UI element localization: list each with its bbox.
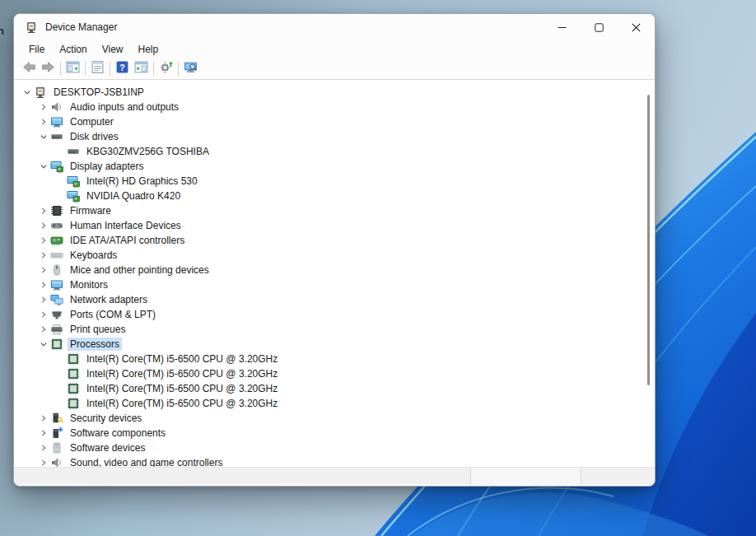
chevron-right-icon[interactable] xyxy=(37,100,50,114)
toolbar-separator xyxy=(153,62,154,76)
tree-item[interactable]: Monitors xyxy=(14,277,655,292)
help-button[interactable]: ? xyxy=(113,60,132,77)
tree-item[interactable]: Print queues xyxy=(14,322,655,337)
chevron-right-icon[interactable] xyxy=(37,234,50,247)
tree-item[interactable]: Display adapters xyxy=(14,159,655,174)
tree-item-label[interactable]: Firmware xyxy=(68,204,114,217)
tree-item-label[interactable]: Audio inputs and outputs xyxy=(68,100,181,114)
tree-item-label[interactable]: Intel(R) Core(TM) i5-6500 CPU @ 3.20GHz xyxy=(84,352,280,366)
tree-item[interactable]: Intel(R) Core(TM) i5-6500 CPU @ 3.20GHz xyxy=(14,352,655,366)
tree-item-label[interactable]: Human Interface Devices xyxy=(68,219,184,232)
titlebar[interactable]: Device Manager xyxy=(14,14,655,40)
tree-item[interactable]: Security devices xyxy=(14,411,655,426)
chevron-right-icon[interactable] xyxy=(37,263,50,277)
search-computer-button[interactable] xyxy=(181,60,200,77)
chevron-right-icon[interactable] xyxy=(37,412,50,425)
tree-item[interactable]: Software devices xyxy=(14,440,655,455)
vertical-scrollbar-thumb[interactable] xyxy=(647,95,650,385)
chevron-down-icon[interactable] xyxy=(37,338,50,351)
tree-item-label[interactable]: IDE ATA/ATAPI controllers xyxy=(68,234,187,247)
tree-item[interactable]: KBG30ZMV256G TOSHIBA xyxy=(14,144,655,159)
tree-item[interactable]: Software components xyxy=(14,426,655,440)
show-action-pane-button[interactable] xyxy=(132,60,151,77)
tree-item[interactable]: Intel(R) Core(TM) i5-6500 CPU @ 3.20GHz xyxy=(14,396,655,411)
horizontal-scrollbar-thumb[interactable] xyxy=(470,468,581,484)
chevron-right-icon[interactable] xyxy=(37,426,50,440)
tree-item-label[interactable]: Network adapters xyxy=(68,293,150,306)
maximize-button[interactable] xyxy=(581,14,618,40)
chevron-down-icon[interactable] xyxy=(37,130,50,143)
tree-item-label[interactable]: Sound, video and game controllers xyxy=(68,456,225,467)
tree-item[interactable]: IDE ATA/ATAPI controllers xyxy=(14,233,655,248)
tree-item-label[interactable]: Intel(R) Core(TM) i5-6500 CPU @ 3.20GHz xyxy=(84,382,280,395)
chevron-right-icon[interactable] xyxy=(37,293,50,306)
tree-item-label[interactable]: Mice and other pointing devices xyxy=(68,263,212,277)
forward-button[interactable] xyxy=(39,60,58,77)
tree-item[interactable]: NVIDIA Quadro K420 xyxy=(14,189,655,203)
menu-action[interactable]: Action xyxy=(52,42,94,57)
chevron-right-icon[interactable] xyxy=(37,278,50,291)
chevron-right-icon[interactable] xyxy=(37,456,50,467)
tree-item[interactable]: DESKTOP-JSB1INP xyxy=(14,85,655,100)
tree-item-label[interactable]: Intel(R) Core(TM) i5-6500 CPU @ 3.20GHz xyxy=(84,397,280,410)
tree-item-label[interactable]: Software devices xyxy=(68,441,147,454)
tree-item[interactable]: Network adapters xyxy=(14,292,655,307)
tree-item-label[interactable]: Keyboards xyxy=(68,249,119,262)
chevron-right-icon[interactable] xyxy=(37,441,50,454)
tree-item[interactable]: Firmware xyxy=(14,203,655,218)
tree-item-label[interactable]: Processors xyxy=(68,338,122,351)
tree-item-label[interactable]: Computer xyxy=(68,115,116,128)
toolbar-separator xyxy=(178,62,179,76)
software-device-icon xyxy=(50,441,63,454)
tree-item-label[interactable]: DESKTOP-JSB1INP xyxy=(51,86,147,99)
tree-item-label[interactable]: KBG30ZMV256G TOSHIBA xyxy=(84,145,212,158)
tree-item[interactable]: Intel(R) Core(TM) i5-6500 CPU @ 3.20GHz xyxy=(14,381,655,396)
help-icon: ? xyxy=(115,60,129,77)
chevron-spacer xyxy=(54,145,67,158)
window-title: Device Manager xyxy=(45,21,117,33)
tree-item[interactable]: Intel(R) Core(TM) i5-6500 CPU @ 3.20GHz xyxy=(14,366,655,381)
tree-item[interactable]: Computer xyxy=(14,114,655,129)
chevron-right-icon[interactable] xyxy=(37,204,50,217)
processor-icon xyxy=(67,367,80,380)
tree-item[interactable]: Processors xyxy=(14,337,655,352)
desktop-icon-label-fragment: n xyxy=(0,25,4,37)
tree-item-label[interactable]: Print queues xyxy=(68,323,128,336)
tree-item-label[interactable]: Disk drives xyxy=(68,130,121,143)
tree-item-label[interactable]: Monitors xyxy=(68,278,110,291)
menu-help[interactable]: Help xyxy=(131,42,166,57)
menu-file[interactable]: File xyxy=(21,42,52,57)
show-console-tree-button[interactable] xyxy=(63,60,82,77)
tree-item[interactable]: Human Interface Devices xyxy=(14,218,655,233)
chevron-right-icon[interactable] xyxy=(37,219,50,232)
minimize-button[interactable] xyxy=(544,14,581,40)
horizontal-scrollbar[interactable] xyxy=(14,467,655,484)
chevron-right-icon[interactable] xyxy=(37,308,50,321)
chevron-down-icon[interactable] xyxy=(21,86,34,99)
tree-item-label[interactable]: Intel(R) Core(TM) i5-6500 CPU @ 3.20GHz xyxy=(84,367,280,380)
tree-item-label[interactable]: Software components xyxy=(68,426,168,440)
tree-item[interactable]: Intel(R) HD Graphics 530 xyxy=(14,174,655,189)
chevron-spacer xyxy=(54,352,67,366)
chevron-down-icon[interactable] xyxy=(37,160,50,173)
menu-bar: FileActionViewHelp xyxy=(14,40,655,58)
tree-item-label[interactable]: Display adapters xyxy=(68,160,146,173)
tree-item-label[interactable]: NVIDIA Quadro K420 xyxy=(84,189,183,203)
tree-item[interactable]: Ports (COM & LPT) xyxy=(14,307,655,322)
tree-item[interactable]: Disk drives xyxy=(14,129,655,144)
tree-item-label[interactable]: Intel(R) HD Graphics 530 xyxy=(84,175,200,188)
menu-view[interactable]: View xyxy=(95,42,131,57)
scan-for-hardware-changes-button[interactable] xyxy=(156,60,175,77)
tree-item[interactable]: Mice and other pointing devices xyxy=(14,263,655,277)
tree-item-label[interactable]: Ports (COM & LPT) xyxy=(68,308,158,321)
tree-item[interactable]: Keyboards xyxy=(14,248,655,263)
chevron-right-icon[interactable] xyxy=(37,323,50,336)
back-button[interactable] xyxy=(20,60,39,77)
chevron-right-icon[interactable] xyxy=(37,249,50,262)
properties-button[interactable] xyxy=(88,60,107,77)
tree-item-label[interactable]: Security devices xyxy=(68,412,144,425)
tree-item[interactable]: Audio inputs and outputs xyxy=(14,100,655,114)
tree-item[interactable]: Sound, video and game controllers xyxy=(14,455,655,467)
chevron-right-icon[interactable] xyxy=(37,115,50,128)
close-button[interactable] xyxy=(618,14,655,40)
